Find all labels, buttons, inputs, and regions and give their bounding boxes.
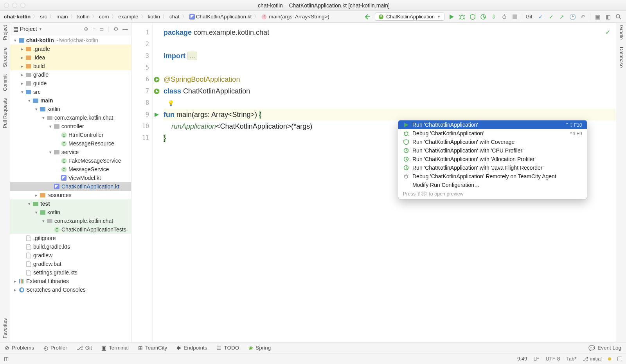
profiler-icon[interactable] (480, 13, 487, 20)
rail-pull-requests[interactable]: Pull Requests (2, 98, 8, 128)
run-icon[interactable] (448, 13, 455, 20)
line-number[interactable]: 3 (131, 50, 152, 62)
git-commit-icon[interactable]: ✓ (548, 13, 555, 20)
tree-row[interactable]: build.gradle.kts (10, 242, 131, 251)
git-push-icon[interactable]: ↗ (558, 13, 565, 20)
breadcrumb-function[interactable]: main(args: Array<String>) (268, 14, 329, 20)
tree-row[interactable]: gradlew.bat (10, 260, 131, 268)
debug-icon[interactable] (459, 13, 466, 20)
expand-arrow-icon[interactable]: ▸ (20, 64, 25, 69)
git-history-icon[interactable]: 🕑 (569, 13, 576, 20)
maximize-window-icon[interactable] (20, 3, 25, 8)
line-number[interactable]: 10 (131, 120, 152, 132)
tree-row[interactable]: ▸guide (10, 79, 131, 88)
status-tab[interactable]: Tab* (566, 356, 576, 362)
tool-problems[interactable]: ⊘Problems (5, 345, 34, 351)
context-menu-item[interactable]: Run 'ChatKotlinApplication'⌃⇧F10 (398, 120, 587, 129)
breadcrumb-item[interactable]: com (99, 14, 109, 20)
tree-row[interactable]: ▾com.example.kotlin.chat (10, 217, 131, 225)
status-line-ending[interactable]: LF (533, 356, 539, 362)
intention-bulb-icon[interactable]: 💡 (167, 100, 174, 106)
expand-arrow-icon[interactable]: ▾ (41, 115, 46, 120)
tree-row[interactable]: ▾service (10, 148, 131, 156)
line-number[interactable]: 2 (131, 38, 152, 50)
line-number[interactable]: 5 (131, 62, 152, 74)
context-menu-item[interactable]: Run 'ChatKotlinApplication' with 'Alloca… (398, 155, 587, 163)
tree-row[interactable]: ▸gradle (10, 70, 131, 79)
expand-arrow-icon[interactable]: ▸ (34, 193, 39, 198)
tool-todo[interactable]: ☰TODO (216, 345, 239, 351)
git-update-icon[interactable]: ✓ (537, 13, 544, 20)
expand-arrow-icon[interactable]: ▾ (27, 98, 32, 103)
tree-row[interactable]: ▾test (10, 199, 131, 208)
context-menu-item[interactable]: Debug 'ChatKotlinApplication' Remotely o… (398, 172, 587, 181)
expand-arrow-icon[interactable]: ▸ (13, 287, 18, 292)
status-branch[interactable]: ⎇initial (583, 356, 602, 362)
expand-arrow-icon[interactable]: ▸ (13, 279, 18, 284)
expand-arrow-icon[interactable]: ▸ (20, 72, 25, 77)
breadcrumb-item[interactable]: kotlin (148, 14, 160, 20)
status-layout-icon[interactable]: ◫ (4, 356, 9, 362)
tree-row[interactable]: ▾kotlin (10, 105, 131, 113)
stop-icon[interactable] (511, 13, 518, 20)
tree-row[interactable]: ▾src (10, 88, 131, 96)
tree-row[interactable]: ▾com.example.kotlin.chat (10, 113, 131, 122)
attach-icon[interactable]: ⇩ (490, 13, 497, 20)
context-menu-item[interactable]: Modify Run Configuration… (398, 181, 587, 189)
tree-row[interactable]: ▸build (10, 62, 131, 70)
tree-row[interactable]: ChatKotlinApplication.kt (10, 182, 131, 191)
tree-row[interactable]: settings.gradle.kts (10, 268, 131, 277)
expand-arrow-icon[interactable]: ▸ (20, 55, 25, 60)
tool-spring[interactable]: ❀Spring (248, 345, 271, 351)
rail-favorites[interactable]: Favorites (2, 318, 8, 338)
expand-arrow-icon[interactable]: ▾ (34, 107, 39, 112)
status-position[interactable]: 9:49 (517, 356, 527, 362)
expand-arrow-icon[interactable]: ▾ (41, 219, 46, 224)
tree-row[interactable]: ▸.gradle (10, 45, 131, 53)
tree-row[interactable]: ▸Scratches and Consoles (10, 285, 131, 294)
tree-row[interactable]: CMessageResource (10, 139, 131, 148)
context-menu-item[interactable]: Run 'ChatKotlinApplication' with Coverag… (398, 138, 587, 146)
tree-row[interactable]: ViewModel.kt (10, 174, 131, 182)
tree-row[interactable]: ▾chat-kotlin~/work/chat-kotlin (10, 36, 131, 45)
gear-icon[interactable]: ⚙ (113, 26, 119, 32)
tree-row[interactable]: CFakeMessageService (10, 156, 131, 165)
expand-arrow-icon[interactable]: ▾ (48, 124, 53, 129)
breadcrumb-item[interactable]: kotlin (77, 14, 90, 20)
tree-row[interactable]: .gitignore (10, 234, 131, 242)
tool-endpoints[interactable]: ✱Endpoints (176, 345, 207, 351)
git-rollback-icon[interactable]: ↶ (579, 13, 586, 20)
line-number[interactable]: 8 (131, 97, 152, 109)
tree-row[interactable]: CChatKotlinApplicationTests (10, 225, 131, 234)
context-menu-item[interactable]: Run 'ChatKotlinApplication' with 'CPU Pr… (398, 146, 587, 155)
expand-arrow-icon[interactable]: ▸ (20, 47, 25, 52)
expand-all-icon[interactable]: ≡ (92, 26, 95, 32)
breadcrumb-item[interactable]: example (119, 14, 139, 20)
ide-settings2-icon[interactable]: ◧ (604, 13, 612, 20)
expand-arrow-icon[interactable]: ▾ (27, 201, 32, 206)
tree-row[interactable]: CMessageService (10, 165, 131, 174)
spring-run-gutter-icon[interactable] (154, 88, 160, 94)
breadcrumb-item[interactable]: chat (169, 14, 180, 20)
rail-structure[interactable]: Structure (2, 47, 8, 67)
collapse-all-icon[interactable]: ≣ (99, 26, 104, 32)
run-configuration-dropdown[interactable]: ChatKotlinApplication ▼ (375, 13, 444, 21)
close-window-icon[interactable] (4, 3, 9, 8)
run-context-menu[interactable]: Run 'ChatKotlinApplication'⌃⇧F10Debug 'C… (398, 120, 587, 199)
tool-terminal[interactable]: ▣Terminal (101, 345, 129, 351)
line-number[interactable]: 6 (131, 74, 152, 85)
tree-row[interactable]: ▾controller (10, 122, 131, 131)
tree-row[interactable]: ▸resources (10, 191, 131, 199)
tool-git[interactable]: ⎇Git (77, 345, 92, 351)
breadcrumb-file[interactable]: ChatKotlinApplication.kt (196, 14, 252, 20)
lock-icon[interactable] (617, 357, 622, 361)
breadcrumb-item[interactable]: main (56, 14, 68, 20)
expand-arrow-icon[interactable]: ▾ (34, 210, 39, 215)
rail-project[interactable]: Project (2, 25, 8, 40)
expand-arrow-icon[interactable]: ▾ (48, 150, 53, 155)
back-icon[interactable] (364, 13, 371, 20)
expand-arrow-icon[interactable]: ▾ (13, 38, 18, 43)
coverage-icon[interactable] (469, 13, 476, 20)
minimize-window-icon[interactable] (12, 3, 17, 8)
expand-arrow-icon[interactable]: ▸ (20, 81, 25, 86)
